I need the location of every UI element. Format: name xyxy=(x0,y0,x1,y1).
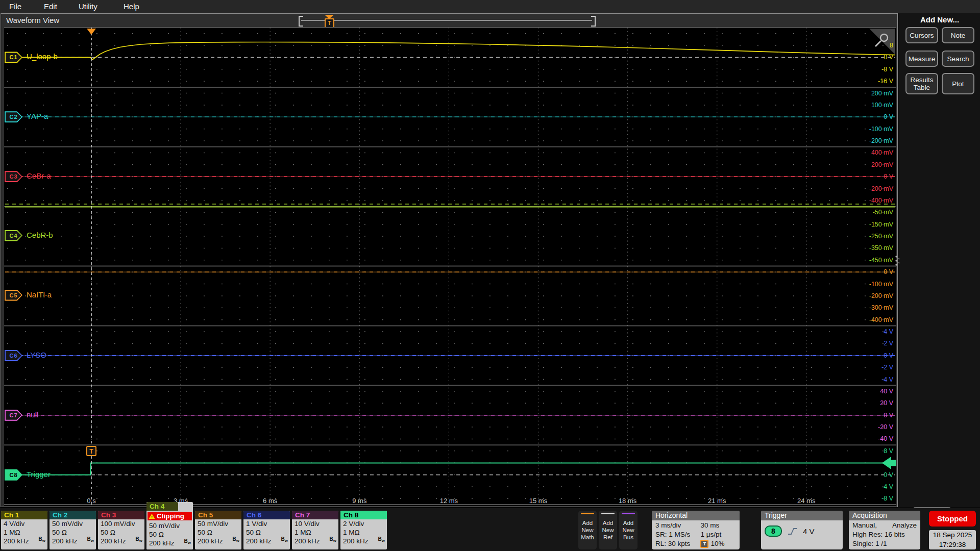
scale-label-c3: 0 V xyxy=(884,172,893,181)
scale-label-c4: -50 mV xyxy=(873,208,893,216)
run-stop-status-button[interactable]: Stopped xyxy=(929,511,976,527)
scale-label-c4: -450 mV xyxy=(869,256,893,264)
channel-label-c1[interactable]: U_loop-b xyxy=(27,52,58,61)
channel-vdiv: 4 V/div xyxy=(1,519,47,528)
datetime-badge: 18 Sep 2025 17:29:38 xyxy=(929,530,976,549)
trigger-level: 4 V xyxy=(803,527,815,536)
channel-label-c7[interactable]: null xyxy=(27,410,38,419)
acquisition-panel[interactable]: Acquisition Manual, Analyze High Res: 16… xyxy=(849,511,920,549)
menu-bar: File Edit Utility Help xyxy=(0,0,980,13)
channel-badge-label: C7 xyxy=(6,411,21,420)
scale-label-c7: -20 V xyxy=(878,423,893,431)
scale-label-c5: -400 mV xyxy=(869,316,893,324)
channel-name-label: Ch 3 xyxy=(98,511,144,519)
menu-file[interactable]: File xyxy=(6,1,24,12)
bandwidth-limit-icon: Bw xyxy=(330,534,336,545)
add-new-title: Add New... xyxy=(899,15,980,24)
add-new-math-button[interactable]: AddNewMath xyxy=(578,511,597,549)
scale-label-c7: 40 V xyxy=(880,387,893,395)
scale-label-c1: -8 V xyxy=(881,65,893,73)
trigger-panel[interactable]: Trigger 8 4 V xyxy=(761,511,843,549)
time-axis-label: 24 ms xyxy=(797,497,815,505)
add-new-ref-button[interactable]: AddNewRef xyxy=(599,511,617,549)
menu-help[interactable]: Help xyxy=(120,1,142,12)
channel-label-c6[interactable]: LYSO xyxy=(27,350,46,359)
time-axis-label: 15 ms xyxy=(529,497,547,505)
scale-label-c7: -40 V xyxy=(878,435,893,443)
acquisition-single: Single: 1 /1 xyxy=(852,539,917,548)
clipping-warning: !Clipping xyxy=(148,512,192,520)
add-measure-button[interactable]: Measure xyxy=(905,51,938,67)
add-cursors-button[interactable]: Cursors xyxy=(905,27,938,43)
channel-label-c5[interactable]: NaITl-a xyxy=(27,290,52,299)
menu-utility[interactable]: Utility xyxy=(76,1,101,12)
scale-label-c4: -250 mV xyxy=(869,232,893,240)
channel-settings-badge-6[interactable]: Ch 61 V/div50 Ω200 kHzBw xyxy=(243,511,290,549)
scale-label-c5: -200 mV xyxy=(869,292,893,300)
add-plot-button[interactable]: Plot xyxy=(942,73,974,94)
add-results-table-button[interactable]: Results Table xyxy=(905,73,938,94)
time-axis-label: 9 ms xyxy=(352,497,366,505)
record-length: RL: 30 kpts xyxy=(655,539,700,548)
channel-name-label: Ch 1 xyxy=(1,511,47,519)
scale-label-c2: 200 mV xyxy=(871,89,893,97)
record-view-line xyxy=(301,20,592,21)
channel-settings-badge-4[interactable]: Ch 4!Clipping50 mV/div50 Ω200 kHzBw xyxy=(146,502,193,549)
bandwidth-limit-icon: Bw xyxy=(184,536,191,547)
trigger-position-flag-icon[interactable]: T xyxy=(325,18,334,28)
channel-name-label: Ch 5 xyxy=(195,511,241,519)
trigger-panel-title: Trigger xyxy=(761,511,843,520)
add-new-bus-button[interactable]: AddNewBus xyxy=(619,511,638,549)
channel-badge-label: C4 xyxy=(6,231,21,240)
svg-text:!: ! xyxy=(151,515,153,519)
add-search-button[interactable]: Search xyxy=(942,51,974,67)
scale-label-c5: -300 mV xyxy=(869,304,893,312)
rising-edge-icon xyxy=(788,527,797,536)
channel-bandwidth: 200 kHzBw xyxy=(195,537,241,545)
add-note-button[interactable]: Note xyxy=(942,27,974,43)
waveform-plot-area[interactable] xyxy=(4,28,896,506)
channel-badge-label: C3 xyxy=(6,172,21,181)
time-axis-label: 6 ms xyxy=(263,497,277,505)
scale-label-c8: 4 V xyxy=(884,459,893,467)
channel-vdiv: 50 mV/div xyxy=(146,521,193,530)
scale-label-c5: 0 V xyxy=(884,268,893,276)
scale-label-c6: 4 V xyxy=(884,328,893,336)
channel-settings-badge-8[interactable]: Ch 82 V/div1 MΩ200 kHzBw xyxy=(340,511,387,549)
scale-label-c2: -100 mV xyxy=(869,125,893,133)
menu-edit[interactable]: Edit xyxy=(41,1,60,12)
scale-label-c3: -200 mV xyxy=(869,185,893,193)
time-label: 17:29:38 xyxy=(929,540,976,549)
channel-badge-label: C8 xyxy=(6,470,21,480)
scale-label-c8: -8 V xyxy=(881,494,893,503)
bandwidth-limit-icon: Bw xyxy=(87,534,94,545)
bandwidth-limit-icon: Bw xyxy=(136,534,142,545)
channel-settings-badge-5[interactable]: Ch 550 mV/div50 Ω200 kHzBw xyxy=(195,511,241,549)
scale-label-c7: 0 V xyxy=(884,411,893,419)
channel-settings-badge-1[interactable]: Ch 14 V/div1 MΩ200 kHzBw xyxy=(1,511,47,549)
scale-label-c2: 0 V xyxy=(884,113,893,121)
scale-label-c8: -4 V xyxy=(881,483,893,491)
trigger-position-percent: 10% xyxy=(710,539,724,548)
channel-bandwidth: 200 kHzBw xyxy=(146,539,193,547)
channel-label-c4[interactable]: CebR-b xyxy=(27,231,53,239)
channel-label-c3[interactable]: CeBr-a xyxy=(27,171,51,180)
channel-settings-badge-2[interactable]: Ch 250 mV/div50 Ω200 kHzBw xyxy=(50,511,96,549)
record-view-left-bracket xyxy=(299,16,303,27)
channel-badge-label: C6 xyxy=(6,351,21,360)
scale-label-c1: 0 V xyxy=(884,53,893,61)
channel-name-label: Ch 6 xyxy=(243,511,290,519)
channel-settings-badge-3[interactable]: Ch 3100 mV/div50 Ω200 kHzBw xyxy=(98,511,144,549)
channel-name-label: Ch 8 xyxy=(340,511,387,519)
channel-label-c2[interactable]: YAP-a xyxy=(27,112,48,120)
scale-label-c6: 2 V xyxy=(884,339,893,347)
channel-vdiv: 1 V/div xyxy=(243,519,290,528)
channel-label-c8[interactable]: Trigger xyxy=(27,470,51,479)
horizontal-panel[interactable]: Horizontal 3 ms/div30 ms SR: 1 MS/s1 µs/… xyxy=(652,511,740,549)
scale-label-c1: 8 xyxy=(890,41,893,49)
sample-rate: SR: 1 MS/s xyxy=(655,530,700,539)
channel-badge-label: C2 xyxy=(6,112,21,121)
channel-bandwidth: 200 kHzBw xyxy=(340,537,387,545)
channel-settings-badge-7[interactable]: Ch 710 V/div1 MΩ200 kHzBw xyxy=(292,511,338,549)
channel-badge-label: C5 xyxy=(6,291,21,300)
